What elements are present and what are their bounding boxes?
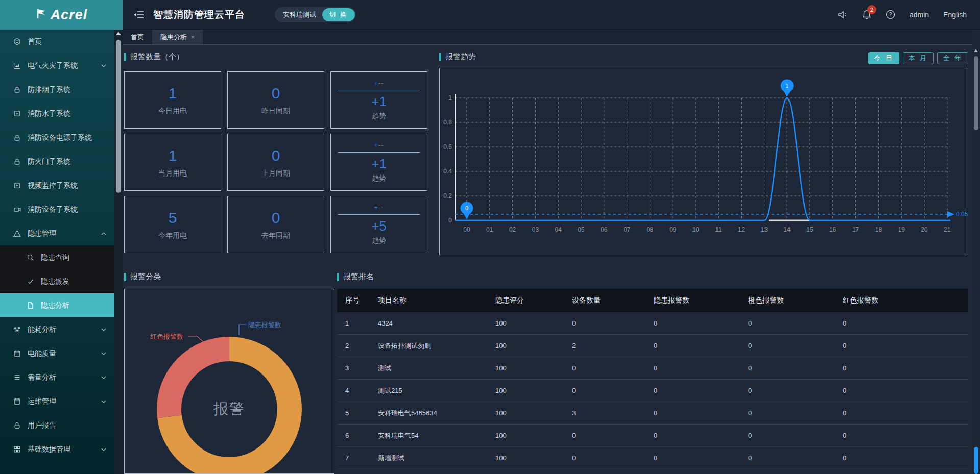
range-button-1[interactable]: 本 月 bbox=[903, 52, 934, 64]
svg-text:21: 21 bbox=[944, 226, 951, 233]
table-cell: 100 bbox=[495, 409, 572, 417]
sidebar-item-2[interactable]: 防排烟子系统 bbox=[0, 78, 114, 102]
svg-text:20: 20 bbox=[921, 226, 928, 233]
table-row-2[interactable]: 3测试1000000 bbox=[337, 357, 968, 380]
svg-text:11: 11 bbox=[715, 226, 722, 233]
table-cell: 0 bbox=[843, 387, 968, 394]
switch-project-button[interactable]: 切 换 bbox=[322, 8, 355, 21]
table-cell: 0 bbox=[654, 319, 748, 327]
scroll-thumb-active[interactable] bbox=[974, 447, 978, 474]
tab-close-icon[interactable]: × bbox=[191, 34, 195, 41]
sidebar-item-11[interactable]: 需量分析 bbox=[0, 365, 114, 389]
tab-0[interactable]: 首页 bbox=[123, 30, 152, 44]
column-header-2: 隐患评分 bbox=[495, 296, 572, 305]
chart-icon bbox=[13, 62, 21, 70]
scroll-up-icon[interactable] bbox=[974, 49, 978, 52]
sidebar-item-13[interactable]: 用户报告 bbox=[0, 413, 114, 437]
doc-icon bbox=[27, 302, 35, 310]
table-cell: 安科瑞电气54 bbox=[378, 431, 495, 440]
table-header-row: 序号项目名称隐患评分设备数量隐患报警数橙色报警数红色报警数 bbox=[337, 289, 968, 312]
user-menu[interactable]: admin bbox=[910, 11, 929, 19]
trend-range-buttons: 今 日本 月全 年 bbox=[439, 52, 968, 64]
bell-icon[interactable]: 2 bbox=[862, 10, 871, 19]
stat-card-1: 0 昨日同期 bbox=[227, 71, 324, 129]
sidebar-item-10[interactable]: 电能质量 bbox=[0, 341, 114, 365]
home-icon bbox=[13, 38, 21, 46]
language-toggle[interactable]: English bbox=[943, 11, 967, 19]
window-scrollbar[interactable] bbox=[972, 30, 980, 474]
donut-label-0: 隐患报警数 bbox=[248, 320, 281, 330]
table-cell: 0 bbox=[654, 364, 748, 372]
camera-icon bbox=[13, 206, 21, 214]
sidebar-item-0[interactable]: 首页 bbox=[0, 30, 114, 54]
trend-divider bbox=[338, 90, 420, 90]
svg-text:0: 0 bbox=[465, 205, 468, 211]
trend-card-2: +-- +1 趋势 bbox=[330, 71, 427, 129]
sidebar-item-4[interactable]: 消防设备电源子系统 bbox=[0, 126, 114, 149]
sidebar-subitem-8-1[interactable]: 隐患派发 bbox=[0, 269, 114, 293]
svg-text:1: 1 bbox=[448, 94, 452, 102]
alarm-trend-chart: 00.20.40.60.8100010203040506070809101112… bbox=[439, 68, 968, 255]
lock-icon bbox=[13, 158, 21, 166]
sidebar-item-14[interactable]: 基础数据管理 bbox=[0, 437, 114, 461]
table-cell: 安科瑞电气5465634 bbox=[378, 409, 495, 418]
table-row-0[interactable]: 143241000000 bbox=[337, 312, 968, 335]
speaker-icon[interactable] bbox=[838, 10, 848, 19]
scroll-thumb[interactable] bbox=[974, 56, 978, 130]
trend-value: +1 bbox=[371, 94, 387, 109]
chevron-down-icon bbox=[101, 328, 106, 331]
sidebar-scroll-up-icon[interactable] bbox=[116, 32, 121, 35]
lock-icon bbox=[13, 421, 21, 430]
table-row-5[interactable]: 6安科瑞电气541000000 bbox=[337, 425, 968, 447]
stat-card-3: 1 当月用电 bbox=[124, 134, 221, 191]
table-row-3[interactable]: 4测试2151000000 bbox=[337, 380, 968, 402]
table-cell: 4 bbox=[345, 387, 378, 394]
sidebar-item-8[interactable]: 隐患管理 bbox=[0, 221, 114, 245]
trend-label: 趋势 bbox=[372, 236, 386, 245]
sidebar-collapse-icon[interactable] bbox=[134, 11, 144, 19]
table-cell: 2 bbox=[572, 342, 654, 350]
sidebar-item-5[interactable]: 防火门子系统 bbox=[0, 149, 114, 173]
sidebar-item-1[interactable]: 电气火灾子系统 bbox=[0, 54, 114, 78]
svg-text:05: 05 bbox=[578, 226, 585, 233]
sidebar-subitem-8-2[interactable]: 隐患分析 bbox=[0, 293, 114, 317]
calendar-icon bbox=[13, 350, 21, 358]
table-cell: 0 bbox=[748, 432, 843, 439]
sidebar-subitem-8-0[interactable]: 隐患查询 bbox=[0, 245, 114, 269]
table-cell: 0 bbox=[654, 387, 748, 394]
stat-card-0: 1 今日用电 bbox=[124, 71, 221, 129]
sidebar-item-3[interactable]: 消防水子系统 bbox=[0, 102, 114, 126]
donut-label-1: 红色报警数 bbox=[150, 332, 183, 341]
table-row-6[interactable]: 7新增测试1000000 bbox=[337, 447, 968, 469]
table-cell: 2 bbox=[345, 342, 378, 350]
stat-label: 今年用电 bbox=[158, 231, 187, 240]
table-cell: 0 bbox=[748, 454, 843, 462]
table-row-1[interactable]: 2设备拓扑测试勿删1002000 bbox=[337, 335, 968, 357]
chevron-down-icon bbox=[101, 64, 106, 67]
project-name: 安科瑞测试 bbox=[283, 10, 316, 19]
column-header-1: 项目名称 bbox=[378, 296, 495, 305]
help-icon[interactable]: ? bbox=[886, 10, 895, 19]
svg-text:00: 00 bbox=[463, 226, 470, 233]
table-row-4[interactable]: 5安科瑞电气54656341003000 bbox=[337, 402, 968, 425]
sidebar-item-7[interactable]: 消防设备子系统 bbox=[0, 197, 114, 221]
table-cell: 0 bbox=[654, 432, 748, 439]
sidebar-scroll-thumb[interactable] bbox=[116, 40, 121, 193]
sidebar-item-6[interactable]: 视频监控子系统 bbox=[0, 173, 114, 197]
alarm-ranking-section-title: 报警排名 bbox=[337, 272, 374, 282]
range-button-0[interactable]: 今 日 bbox=[868, 52, 899, 64]
range-button-2[interactable]: 全 年 bbox=[937, 52, 968, 64]
sidebar-item-12[interactable]: 运维管理 bbox=[0, 389, 114, 413]
tab-1[interactable]: 隐患分析 × bbox=[152, 30, 203, 44]
table-cell: 100 bbox=[495, 319, 572, 327]
table-cell: 0 bbox=[572, 387, 654, 394]
svg-text:0.05: 0.05 bbox=[956, 211, 968, 218]
table-cell: 0 bbox=[748, 319, 843, 327]
svg-text:0.6: 0.6 bbox=[443, 143, 452, 151]
trend-divider bbox=[338, 152, 420, 153]
sidebar-scrollbar[interactable] bbox=[114, 30, 123, 474]
svg-text:12: 12 bbox=[738, 226, 745, 233]
project-switcher: 安科瑞测试 切 换 bbox=[275, 7, 356, 22]
sidebar-item-9[interactable]: 能耗分析 bbox=[0, 317, 114, 341]
search-icon bbox=[27, 254, 35, 262]
